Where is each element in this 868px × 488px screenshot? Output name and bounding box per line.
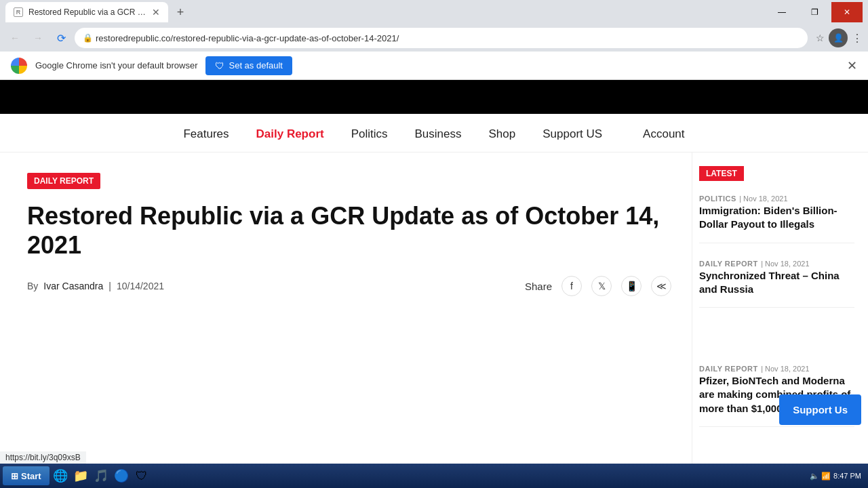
taskbar-ie-icon[interactable]: 🌐 (51, 466, 70, 485)
nav-shop[interactable]: Shop (489, 127, 516, 141)
taskbar: ⊞ Start 🌐 📁 🎵 🔵 🛡 🔈 📶 8:47 PM (0, 464, 868, 488)
share-label: Share (525, 281, 552, 292)
url-input[interactable]: 🔒 restoredrepublic.co/restored-republic-… (75, 28, 808, 48)
maximize-button[interactable]: ❐ (799, 2, 830, 22)
nav-politics[interactable]: Politics (351, 127, 388, 141)
forward-button[interactable]: → (28, 28, 47, 47)
facebook-share-button[interactable]: f (561, 276, 582, 296)
main-content: DAILY REPORT Restored Republic via a GCR… (0, 152, 868, 486)
start-button[interactable]: ⊞ Start (3, 466, 50, 485)
shield-icon: 🛡 (215, 60, 224, 71)
sidebar: LATEST POLITICS | Nov 18, 2021 Immigrati… (692, 152, 868, 486)
tab-close-button[interactable]: ✕ (152, 7, 160, 18)
window-controls: — ❐ ✕ (766, 2, 863, 22)
site-header-background (0, 80, 868, 114)
sidebar-item-1-meta: POLITICS | Nov 18, 2021 (699, 192, 854, 204)
whatsapp-share-button[interactable]: 📱 (621, 276, 642, 296)
reload-button[interactable]: ⟳ (52, 28, 71, 47)
chrome-default-browser-prompt: Google Chrome isn't your default browser… (0, 52, 868, 80)
sidebar-item-2-title[interactable]: Synchronized Threat – China and Russia (699, 269, 854, 297)
system-tray-icons: 🔈 📶 (810, 472, 831, 481)
meta-separator: | (108, 281, 111, 291)
new-tab-button[interactable]: + (171, 3, 190, 22)
active-tab[interactable]: R Restored Republic via a GCR Updat... ✕ (5, 2, 168, 22)
chrome-logo (11, 58, 27, 74)
share-area: Share f 𝕏 📱 ≪ (525, 276, 671, 296)
sidebar-item-1-date: Nov 18, 2021 (743, 195, 787, 203)
back-button[interactable]: ← (5, 28, 24, 47)
nav-features[interactable]: Features (183, 127, 229, 141)
nav-daily-report[interactable]: Daily Report (256, 127, 324, 141)
article-area: DAILY REPORT Restored Republic via a GCR… (0, 152, 692, 486)
more-share-button[interactable]: ≪ (651, 276, 671, 296)
tab-bar: R Restored Republic via a GCR Updat... ✕… (0, 0, 868, 24)
windows-icon: ⊞ (11, 471, 18, 481)
article-date: 10/14/2021 (117, 281, 164, 291)
taskbar-chrome-icon[interactable]: 🔵 (112, 466, 131, 485)
latest-badge: LATEST (699, 166, 744, 181)
taskbar-media-icon[interactable]: 🎵 (92, 466, 111, 485)
article-title: Restored Republic via a GCR Update as of… (27, 201, 671, 260)
tab-favicon: R (14, 7, 23, 17)
chrome-prompt-text: Google Chrome isn't your default browser (35, 60, 197, 70)
article-category-badge: DAILY REPORT (27, 173, 100, 189)
sidebar-item-3-date: Nov 18, 2021 (765, 365, 809, 373)
minimize-button[interactable]: — (766, 2, 797, 22)
sidebar-item-3-meta: DAILY REPORT | Nov 18, 2021 (699, 362, 854, 374)
sidebar-item-2: DAILY REPORT | Nov 18, 2021 Synchronized… (699, 257, 854, 308)
nav-account[interactable]: Account (643, 127, 684, 141)
article-author[interactable]: Ivar Casandra (43, 281, 103, 291)
bookmark-icon[interactable]: ☆ (816, 33, 825, 43)
by-label: By (27, 281, 38, 291)
sidebar-item-1: POLITICS | Nov 18, 2021 Immigration: Bid… (699, 192, 854, 243)
taskbar-system-tray: 🔈 📶 8:47 PM (810, 472, 865, 481)
lock-icon: 🔒 (83, 33, 93, 43)
support-us-button[interactable]: Support Us (779, 394, 861, 425)
profile-button[interactable]: 👤 (829, 28, 848, 47)
sidebar-item-3-category: DAILY REPORT (699, 365, 758, 373)
prompt-close-button[interactable]: ✕ (847, 58, 857, 73)
taskbar-folder-icon[interactable]: 📁 (71, 466, 90, 485)
site-navigation: Features Daily Report Politics Business … (0, 114, 868, 152)
article-meta: By Ivar Casandra | 10/14/2021 Share f 𝕏 … (27, 276, 671, 296)
sidebar-item-2-date: Nov 18, 2021 (765, 260, 809, 268)
close-button[interactable]: ✕ (831, 2, 863, 22)
set-default-button[interactable]: 🛡 Set as default (205, 56, 292, 75)
sidebar-item-2-meta: DAILY REPORT | Nov 18, 2021 (699, 257, 854, 269)
start-label: Start (21, 471, 41, 481)
address-bar: ← → ⟳ 🔒 restoredrepublic.co/restored-rep… (0, 24, 868, 52)
taskbar-antivirus-icon[interactable]: 🛡 (132, 466, 151, 485)
sidebar-item-2-category: DAILY REPORT (699, 260, 758, 268)
url-text: restoredrepublic.co/restored-republic-vi… (96, 33, 399, 43)
sidebar-item-1-title[interactable]: Immigration: Biden's Billion-Dollar Payo… (699, 204, 854, 232)
tab-title: Restored Republic via a GCR Updat... (28, 7, 146, 17)
browser-menu-button[interactable]: ⋮ (852, 32, 863, 45)
nav-support-us[interactable]: Support US (542, 127, 602, 141)
url-status-bar: https://bit.ly/3q09xsB (0, 451, 86, 464)
twitter-share-button[interactable]: 𝕏 (591, 276, 612, 296)
sidebar-item-1-category: POLITICS (699, 195, 736, 203)
taskbar-clock: 8:47 PM (833, 472, 861, 480)
nav-business[interactable]: Business (415, 127, 462, 141)
